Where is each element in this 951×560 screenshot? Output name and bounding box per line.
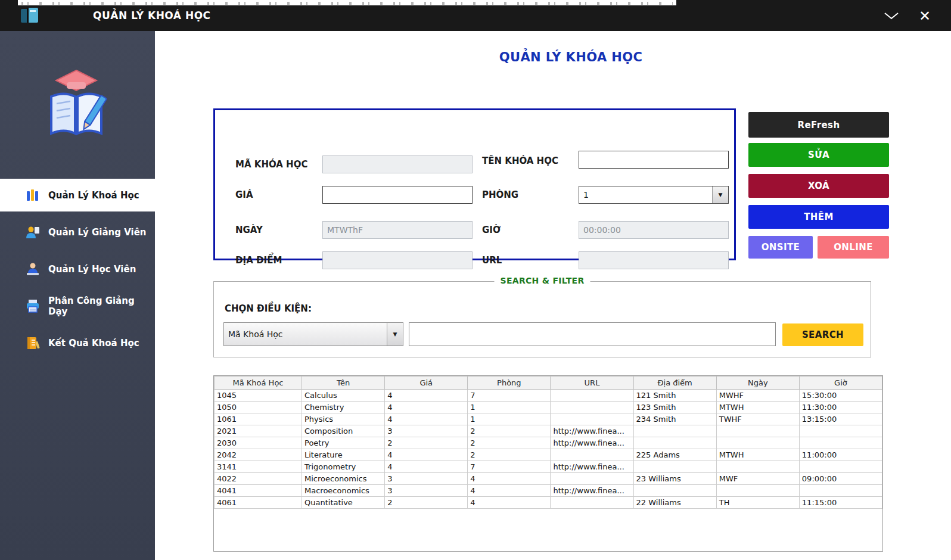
table-cell[interactable]: 09:00:00 [799, 473, 882, 485]
table-row[interactable]: 4041Macroeconomics34http://www.finea... [215, 485, 882, 497]
table-cell[interactable]: 1061 [215, 413, 302, 425]
table-cell[interactable]: 3141 [215, 461, 302, 473]
sidebar-item-quan-ly-giang-vien[interactable]: Quản Lý Giảng Viên [0, 216, 155, 248]
table-cell[interactable] [716, 461, 799, 473]
table-cell[interactable]: Chemistry [302, 402, 385, 413]
table-cell[interactable]: 121 Smith [633, 390, 716, 402]
column-header[interactable]: Giờ [799, 377, 882, 390]
table-cell[interactable] [633, 437, 716, 449]
minimize-button[interactable] [878, 6, 905, 26]
table-row[interactable]: 1050Chemistry41123 SmithMTWH11:30:00 [215, 402, 882, 413]
table-cell[interactable] [551, 413, 633, 425]
chevron-down-icon[interactable]: ▼ [712, 186, 728, 203]
table-cell[interactable]: 4 [468, 485, 551, 497]
onsite-button[interactable]: ONSITE [748, 236, 813, 259]
table-cell[interactable] [799, 437, 882, 449]
column-header[interactable]: Địa điểm [633, 377, 716, 390]
table-cell[interactable]: 4022 [215, 473, 302, 485]
table-cell[interactable]: MWF [716, 473, 799, 485]
table-cell[interactable]: 4 [385, 461, 468, 473]
table-cell[interactable]: Poetry [302, 437, 385, 449]
table-cell[interactable]: 7 [468, 461, 551, 473]
table-cell[interactable]: MTWH [716, 402, 799, 413]
table-cell[interactable]: 4 [385, 413, 468, 425]
table-cell[interactable] [633, 461, 716, 473]
table-cell[interactable] [551, 497, 633, 509]
table-cell[interactable] [551, 473, 633, 485]
delete-button[interactable]: XOÁ [748, 174, 889, 198]
table-cell[interactable]: 2 [385, 437, 468, 449]
table-row[interactable]: 2042Literature42225 AdamsMTWH11:00:00 [215, 449, 882, 461]
table-cell[interactable]: Trigonometry [302, 461, 385, 473]
online-button[interactable]: ONLINE [818, 236, 889, 259]
table-cell[interactable]: Literature [302, 449, 385, 461]
table-row[interactable]: 1045Calculus47121 SmithMWHF15:30:00 [215, 390, 882, 402]
table-cell[interactable]: Quantitative [302, 497, 385, 509]
sidebar-item-ket-qua-khoa-hoc[interactable]: Kết Quả Khoá Học [0, 326, 155, 359]
ten-khoa-hoc-input[interactable] [579, 151, 729, 169]
table-cell[interactable]: 3 [385, 425, 468, 437]
table-cell[interactable] [551, 402, 633, 413]
table-cell[interactable] [799, 485, 882, 497]
table-cell[interactable]: 3 [385, 485, 468, 497]
table-cell[interactable] [633, 425, 716, 437]
table-row[interactable]: 2030Poetry22http://www.finea... [215, 437, 882, 449]
search-input[interactable] [409, 322, 776, 346]
table-cell[interactable]: 4041 [215, 485, 302, 497]
sidebar-item-quan-ly-hoc-vien[interactable]: Quản Lý Học Viên [0, 253, 155, 285]
table-cell[interactable]: 4 [385, 402, 468, 413]
table-cell[interactable]: http://www.finea... [551, 461, 633, 473]
table-cell[interactable]: Composition [302, 425, 385, 437]
chevron-down-icon[interactable]: ▼ [387, 323, 403, 346]
table-cell[interactable]: Macroeconomics [302, 485, 385, 497]
table-cell[interactable]: 2 [468, 437, 551, 449]
table-cell[interactable]: MTWH [716, 449, 799, 461]
table-cell[interactable]: TWHF [716, 413, 799, 425]
column-header[interactable]: URL [551, 377, 633, 390]
table-cell[interactable]: Microeconomics [302, 473, 385, 485]
table-cell[interactable] [716, 485, 799, 497]
table-cell[interactable]: 1050 [215, 402, 302, 413]
table-row[interactable]: 3141Trigonometry47http://www.finea... [215, 461, 882, 473]
table-cell[interactable]: 4061 [215, 497, 302, 509]
table-cell[interactable]: 2030 [215, 437, 302, 449]
column-header[interactable]: Mã Khoá Học [215, 377, 302, 390]
table-cell[interactable]: 22 Williams [633, 497, 716, 509]
table-row[interactable]: 1061Physics41234 SmithTWHF13:15:00 [215, 413, 882, 425]
dia-diem-input[interactable] [322, 251, 473, 269]
table-cell[interactable]: 11:15:00 [799, 497, 882, 509]
table-cell[interactable]: 1 [468, 413, 551, 425]
table-cell[interactable]: http://www.finea... [551, 485, 633, 497]
gio-input[interactable] [579, 221, 729, 239]
table-cell[interactable]: 225 Adams [633, 449, 716, 461]
edit-button[interactable]: SỬA [748, 143, 889, 167]
table-cell[interactable]: 11:30:00 [799, 402, 882, 413]
table-cell[interactable]: 15:30:00 [799, 390, 882, 402]
table-cell[interactable]: 4 [385, 449, 468, 461]
table-cell[interactable]: Physics [302, 413, 385, 425]
sidebar-item-phan-cong-giang-day[interactable]: Phân Công Giảng Dạy [0, 290, 155, 322]
table-cell[interactable]: 3 [385, 473, 468, 485]
table-cell[interactable]: 1045 [215, 390, 302, 402]
table-cell[interactable]: http://www.finea... [551, 437, 633, 449]
table-cell[interactable] [716, 437, 799, 449]
column-header[interactable]: Ngày [716, 377, 799, 390]
gia-input[interactable] [322, 186, 473, 204]
table-cell[interactable]: 2021 [215, 425, 302, 437]
table-cell[interactable]: Calculus [302, 390, 385, 402]
table-cell[interactable] [633, 485, 716, 497]
table-cell[interactable]: 23 Williams [633, 473, 716, 485]
table-cell[interactable]: 4 [468, 473, 551, 485]
table-cell[interactable]: 123 Smith [633, 402, 716, 413]
phong-select[interactable]: 1 ▼ [579, 186, 729, 204]
table-cell[interactable]: 4 [468, 497, 551, 509]
table-cell[interactable]: 2 [468, 425, 551, 437]
table-cell[interactable]: 4 [385, 390, 468, 402]
table-cell[interactable]: 234 Smith [633, 413, 716, 425]
table-cell[interactable] [716, 425, 799, 437]
table-cell[interactable]: 2 [385, 497, 468, 509]
ma-khoa-hoc-input[interactable] [322, 155, 473, 173]
table-cell[interactable] [799, 461, 882, 473]
column-header[interactable]: Phòng [468, 377, 551, 390]
table-cell[interactable]: 2 [468, 449, 551, 461]
